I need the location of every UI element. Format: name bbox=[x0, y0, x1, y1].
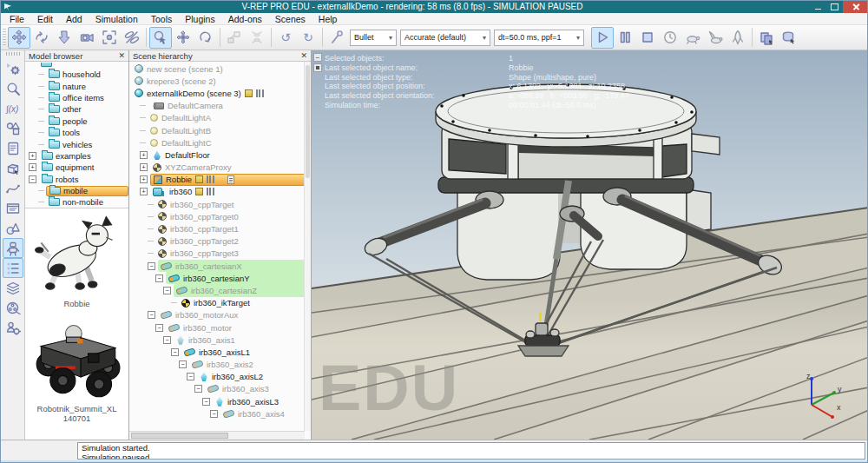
hierarchy-row-irb360-axisL1[interactable]: −irb360_axisL1 bbox=[129, 346, 311, 358]
ik-pin-button[interactable] bbox=[326, 27, 348, 49]
menu-help[interactable]: Help bbox=[319, 14, 338, 24]
model-folder-people[interactable]: people bbox=[25, 116, 128, 127]
model-folder-vehicles[interactable]: vehicles bbox=[25, 138, 128, 149]
selection-dialog-button[interactable] bbox=[3, 198, 23, 218]
model-folder-nature[interactable]: nature bbox=[25, 80, 128, 91]
zoom-tool-button[interactable] bbox=[3, 78, 23, 98]
scripts-button[interactable] bbox=[3, 138, 23, 158]
menu-add[interactable]: Add bbox=[66, 14, 82, 24]
camera-angle-button[interactable] bbox=[76, 27, 98, 49]
hierarchy-row-irb360-cppTarget1[interactable]: irb360_cppTarget1 bbox=[129, 222, 311, 235]
menu-plugins[interactable]: Plugins bbox=[185, 14, 214, 24]
model-thumbnail-robbie[interactable]: Robbie bbox=[25, 212, 128, 308]
menu-edit[interactable]: Edit bbox=[37, 14, 53, 24]
model-folder-clipped[interactable] bbox=[25, 63, 128, 69]
hierarchy-row-irb360-cartesianZ[interactable]: −irb360_cartesianZ bbox=[129, 284, 311, 296]
pause-button[interactable] bbox=[614, 27, 636, 49]
user-settings-button[interactable] bbox=[3, 318, 23, 338]
expand-toggle-icon[interactable]: + bbox=[140, 151, 148, 159]
real-time-clock-button[interactable] bbox=[659, 27, 681, 49]
expand-toggle-icon[interactable]: + bbox=[140, 163, 148, 171]
hierarchy-row-DefaultLightC[interactable]: DefaultLightC bbox=[129, 136, 311, 149]
camera-zoom-button[interactable] bbox=[53, 27, 76, 49]
hierarchy-row-irb360[interactable]: +irb360 bbox=[129, 186, 311, 198]
camera-pan-button[interactable] bbox=[8, 27, 30, 49]
scene-hierarchy-button[interactable] bbox=[3, 258, 23, 278]
hierarchy-row-irb360-cppTarget0[interactable]: irb360_cppTarget0 bbox=[129, 210, 311, 222]
menu-file[interactable]: File bbox=[10, 14, 24, 24]
hierarchy-row-DefaultFloor[interactable]: +DefaultFloor bbox=[129, 149, 311, 161]
camera-rotate-button[interactable] bbox=[30, 27, 53, 49]
transfer-dna-button[interactable] bbox=[246, 27, 268, 49]
hierarchy-row-krepere3-scene-2-[interactable]: krepere3 (scene 2) bbox=[129, 75, 311, 87]
calculation-modules-button[interactable]: ∫(x) bbox=[3, 98, 23, 118]
overlay-minimize-button[interactable]: − bbox=[313, 53, 322, 62]
shape-edit-button[interactable] bbox=[3, 158, 23, 178]
model-folder-robots[interactable]: −robots bbox=[25, 174, 128, 185]
hierarchy-row-new-scene-scene-1-[interactable]: new scene (scene 1) bbox=[129, 63, 311, 75]
model-folder-equipment[interactable]: +equipment bbox=[25, 162, 128, 173]
object-rotate-button[interactable] bbox=[194, 27, 217, 49]
expand-toggle-icon[interactable]: − bbox=[148, 262, 155, 270]
expand-toggle-icon[interactable]: − bbox=[155, 274, 163, 282]
hierarchy-row-irb360-axis2[interactable]: −irb360_axis2 bbox=[129, 359, 311, 371]
overlay-toggle-button[interactable] bbox=[313, 63, 322, 72]
collections-button[interactable] bbox=[3, 118, 23, 138]
model-folder-mobile[interactable]: mobile bbox=[25, 185, 128, 196]
menu-simulation[interactable]: Simulation bbox=[95, 14, 138, 24]
assemble-button[interactable] bbox=[223, 27, 246, 49]
menu-tools[interactable]: Tools bbox=[151, 14, 173, 24]
menu-addons[interactable]: Add-ons bbox=[228, 14, 262, 24]
hierarchy-row-DefaultCamera[interactable]: DefaultCamera bbox=[129, 100, 311, 112]
hierarchy-row-externalIkDemo-scene-3-[interactable]: externalIkDemo (scene 3) bbox=[129, 87, 311, 99]
model-thumbnail-robotnik[interactable]: Robotnik_Summit_XL 140701 bbox=[25, 314, 128, 423]
expand-toggle-icon[interactable]: − bbox=[179, 360, 187, 368]
model-folder-office-items[interactable]: office items bbox=[25, 92, 128, 103]
model-browser-button[interactable] bbox=[3, 238, 23, 258]
video-recorder-button[interactable] bbox=[3, 298, 23, 318]
close-icon[interactable]: ✕ bbox=[300, 52, 307, 60]
faster-rabbit-button[interactable] bbox=[704, 27, 727, 49]
vertical-scrollbar[interactable] bbox=[304, 62, 311, 431]
fit-to-view-button[interactable] bbox=[98, 27, 121, 49]
expand-toggle-icon[interactable]: − bbox=[148, 311, 155, 319]
model-folder-tools[interactable]: tools bbox=[25, 127, 128, 138]
expand-toggle-icon[interactable]: − bbox=[187, 373, 194, 380]
hierarchy-row-irb360-cppTarget3[interactable]: irb360_cppTarget3 bbox=[129, 248, 311, 260]
minimize-button[interactable] bbox=[810, 1, 826, 13]
model-folder-household[interactable]: household bbox=[25, 69, 128, 80]
expand-toggle-icon[interactable]: − bbox=[29, 175, 36, 183]
object-select-button[interactable] bbox=[149, 27, 172, 49]
expand-toggle-icon[interactable]: − bbox=[171, 348, 179, 356]
geometry-button[interactable] bbox=[3, 218, 23, 238]
hierarchy-row-irb360-axis4[interactable]: −irb360_axis4 bbox=[129, 407, 311, 420]
expand-toggle-icon[interactable]: + bbox=[140, 175, 148, 183]
model-folder-non-mobile[interactable]: non-mobile bbox=[25, 196, 128, 208]
hierarchy-row-irb360-motorAux[interactable]: −irb360_motorAux bbox=[129, 309, 311, 321]
engine-accuracy-dropdown[interactable]: Accurate (default)▾ bbox=[400, 30, 490, 46]
close-icon[interactable]: ✕ bbox=[118, 52, 125, 60]
hierarchy-row-DefaultLightA[interactable]: DefaultLightA bbox=[129, 112, 311, 124]
page-selector-button[interactable] bbox=[755, 27, 778, 49]
expand-toggle-icon[interactable]: − bbox=[194, 385, 202, 393]
hierarchy-row-XYZCameraProxy[interactable]: +XYZCameraProxy bbox=[129, 162, 311, 174]
hierarchy-row-DefaultLightB[interactable]: DefaultLightB bbox=[129, 124, 311, 136]
close-button[interactable] bbox=[843, 1, 868, 13]
hierarchy-row-irb360-motor[interactable]: −irb360_motor bbox=[129, 321, 311, 334]
physics-engine-dropdown[interactable]: Bullet▾ bbox=[350, 30, 397, 46]
hierarchy-row-irb360-axis3[interactable]: −irb360_axis3 bbox=[129, 383, 311, 395]
expand-toggle-icon[interactable]: − bbox=[210, 410, 218, 418]
path-edit-button[interactable] bbox=[3, 178, 23, 198]
expand-toggle-icon[interactable]: − bbox=[163, 336, 171, 344]
expand-toggle-icon[interactable]: − bbox=[202, 398, 210, 406]
hierarchy-row-irb360-axis1[interactable]: −irb360_axis1 bbox=[129, 334, 311, 346]
simulation-settings-button[interactable] bbox=[3, 58, 23, 78]
hierarchy-row-irb360-cppTarget[interactable]: irb360_cppTarget bbox=[129, 198, 311, 210]
expand-toggle-icon[interactable]: + bbox=[140, 188, 148, 195]
expand-toggle-icon[interactable]: − bbox=[163, 287, 171, 294]
model-folder-examples[interactable]: +examples bbox=[25, 150, 128, 162]
expand-toggle-icon[interactable]: + bbox=[29, 163, 36, 171]
hierarchy-row-irb360-axisL2[interactable]: −irb360_axisL2 bbox=[129, 371, 311, 383]
layers-button[interactable] bbox=[3, 278, 23, 298]
viewport-3d[interactable]: − Selected objects:1Last selected object… bbox=[312, 50, 868, 440]
